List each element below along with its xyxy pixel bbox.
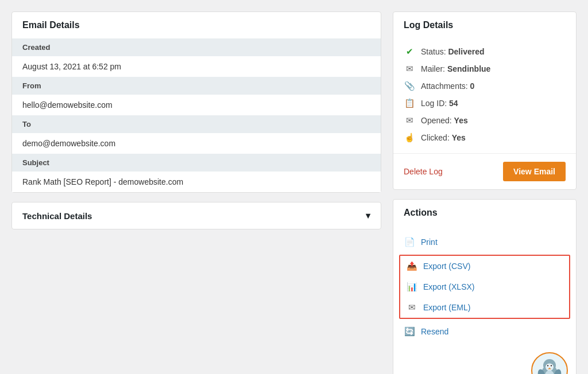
resend-label: Resend (421, 327, 448, 336)
log-actions: Delete Log View Email (393, 153, 576, 189)
log-details-body: ✔ Status: Delivered ✉ Mailer: Sendinblue… (393, 38, 576, 151)
export-eml-action[interactable]: ✉ Export (EML) (400, 297, 569, 318)
log-details-title: Log Details (393, 12, 576, 38)
print-action[interactable]: 📄 Print (393, 232, 576, 252)
export-eml-icon: ✉ (406, 302, 417, 313)
email-details-card: Email Details CreatedAugust 13, 2021 at … (11, 11, 381, 193)
export-eml-label: Export (EML) (423, 303, 470, 312)
page-container: Email Details CreatedAugust 13, 2021 at … (11, 11, 577, 374)
export-csv-label: Export (CSV) (423, 262, 470, 271)
logid-icon: 📋 (404, 98, 415, 108)
mascot-container (393, 348, 576, 374)
svg-point-6 (551, 365, 552, 367)
attachments-icon: 📎 (404, 81, 415, 91)
email-details-table: CreatedAugust 13, 2021 at 6:52 pmFromhel… (12, 38, 381, 192)
table-row: demo@demowebsite.com (12, 133, 381, 154)
clicked-value: Yes (452, 133, 466, 142)
log-row-opened: ✉ Opened: Yes (404, 115, 566, 126)
log-row-clicked: ☝ Clicked: Yes (404, 133, 566, 143)
clicked-label: Clicked: Yes (421, 133, 466, 142)
right-panel: Log Details ✔ Status: Delivered ✉ Mailer… (393, 11, 577, 374)
export-xlsx-label: Export (XLSX) (423, 282, 474, 291)
export-group: 📤 Export (CSV) 📊 Export (XLSX) ✉ Export … (399, 255, 570, 319)
table-row: Rank Math [SEO Report] - demowebsite.com (12, 172, 381, 192)
svg-point-2 (546, 364, 554, 371)
attachments-value: 0 (470, 81, 475, 91)
export-csv-icon: 📤 (406, 261, 417, 271)
table-row: From (12, 77, 381, 95)
mascot-circle (531, 352, 568, 374)
table-row: Subject (12, 154, 381, 172)
clicked-icon: ☝ (404, 133, 415, 143)
technical-details-toggle[interactable]: Technical Details ▾ (12, 202, 381, 229)
opened-icon: ✉ (404, 115, 415, 126)
email-details-title: Email Details (12, 12, 381, 38)
mailer-label: Mailer: Sendinblue (421, 64, 490, 73)
chevron-down-icon: ▾ (366, 211, 370, 221)
print-icon: 📄 (404, 237, 415, 247)
status-icon: ✔ (404, 46, 415, 57)
logid-value: 54 (449, 99, 458, 108)
log-row-logid: 📋 Log ID: 54 (404, 98, 566, 108)
status-value: Delivered (448, 47, 484, 56)
opened-label: Opened: Yes (421, 116, 468, 125)
resend-icon: 🔄 (404, 326, 415, 337)
print-label: Print (421, 237, 438, 247)
export-xlsx-icon: 📊 (406, 282, 417, 292)
table-row: August 13, 2021 at 6:52 pm (12, 56, 381, 77)
logid-label: Log ID: 54 (421, 99, 458, 108)
export-xlsx-action[interactable]: 📊 Export (XLSX) (400, 276, 569, 297)
resend-action[interactable]: 🔄 Resend (393, 321, 576, 342)
attachments-label: Attachments: 0 (421, 81, 474, 91)
table-row: Created (12, 38, 381, 56)
actions-card: Actions 📄 Print 📤 Export (CSV) 📊 Export … (393, 199, 577, 374)
actions-title: Actions (393, 200, 576, 226)
table-row: To (12, 115, 381, 133)
left-panel: Email Details CreatedAugust 13, 2021 at … (11, 11, 381, 229)
technical-details-card[interactable]: Technical Details ▾ (11, 202, 381, 229)
technical-details-title: Technical Details (22, 211, 92, 221)
log-row-attachments: 📎 Attachments: 0 (404, 81, 566, 91)
export-csv-action[interactable]: 📤 Export (CSV) (400, 256, 569, 276)
mailer-icon: ✉ (404, 64, 415, 74)
status-label: Status: Delivered (421, 47, 485, 56)
view-email-button[interactable]: View Email (503, 162, 566, 181)
actions-body: 📄 Print 📤 Export (CSV) 📊 Export (XLSX) ✉ (393, 226, 576, 348)
table-row: hello@demowebsite.com (12, 95, 381, 115)
mailer-value: Sendinblue (447, 64, 490, 73)
opened-value: Yes (454, 116, 468, 125)
log-row-status: ✔ Status: Delivered (404, 46, 566, 57)
delete-log-button[interactable]: Delete Log (404, 167, 443, 176)
bird-mascot-svg (535, 356, 564, 374)
svg-point-5 (547, 365, 549, 367)
log-row-mailer: ✉ Mailer: Sendinblue (404, 64, 566, 74)
log-details-card: Log Details ✔ Status: Delivered ✉ Mailer… (393, 11, 577, 190)
